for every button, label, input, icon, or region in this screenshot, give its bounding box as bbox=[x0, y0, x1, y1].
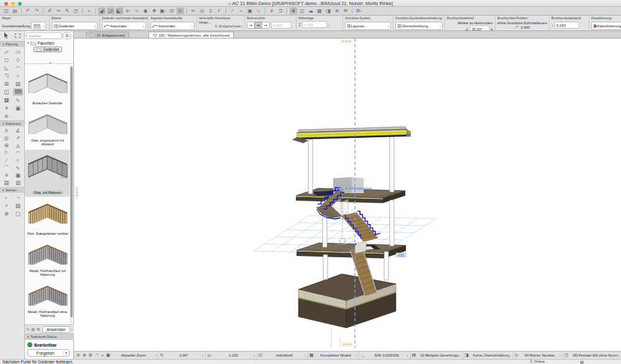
segment-assoc-button[interactable]: Assoziativ› bbox=[150, 22, 195, 30]
stair-tool[interactable]: ▤ bbox=[13, 80, 23, 88]
refline-offset-field[interactable]: 0,000 bbox=[271, 22, 292, 29]
tree-root-favoriten[interactable]: ▼ Favoriten bbox=[25, 40, 73, 46]
zoom-box-icon[interactable]: ⊞ bbox=[89, 353, 93, 358]
break-position-mode[interactable]: Höhe Grundriss-Schnittebene bbox=[497, 21, 545, 25]
teamwork-status-header[interactable]: ▼ Teamwork-Status bbox=[25, 334, 74, 340]
circle-tool[interactable]: ○ bbox=[13, 157, 23, 164]
camera3d-tool[interactable]: ⊕ bbox=[1, 210, 11, 217]
spline-tool[interactable]: ∿ bbox=[13, 165, 23, 171]
favorite-item-metall-holzhandlauf-ohne-halterung[interactable]: Metall, Holzhandlauf ohne Halterung bbox=[25, 280, 70, 320]
palette-scrollbar[interactable] bbox=[70, 65, 73, 324]
favorite-item-glas-mit-rahmen[interactable]: Glas, mit Rahmen bbox=[25, 150, 70, 197]
section-tool[interactable]: ▥ bbox=[13, 180, 23, 186]
break-distance-field[interactable]: 0,150 bbox=[554, 22, 579, 29]
current-zoom-selector[interactable]: Aktueller Zoom› bbox=[111, 352, 159, 359]
sum-icon[interactable]: Σ bbox=[207, 7, 214, 14]
search-input[interactable]: Suchen bbox=[26, 32, 62, 39]
railing-tool[interactable] bbox=[13, 88, 23, 96]
mesh2-tool[interactable]: ≋ bbox=[1, 112, 11, 120]
waves-icon[interactable]: ≋ bbox=[333, 7, 341, 14]
object-tool[interactable]: ▣ bbox=[13, 104, 23, 112]
explode-icon[interactable]: × bbox=[85, 7, 93, 14]
favorite-item-holz-stabgeländer-vertikal[interactable]: Holz, Stabgeländer vertikal bbox=[25, 198, 70, 238]
hotspot-tool[interactable]: ✳ bbox=[1, 172, 11, 179]
polyline-sc-icon[interactable]: ⌐ bbox=[237, 7, 245, 14]
zoom-in-icon[interactable]: ⊕ bbox=[83, 353, 86, 358]
railing-settings-button[interactable]: › bbox=[31, 22, 46, 30]
toolbox-section-dokument[interactable]: ▼Dokument bbox=[0, 121, 24, 126]
delete-favorite-icon[interactable]: ✕ bbox=[37, 327, 40, 332]
zone-tool[interactable]: ∿ bbox=[13, 96, 23, 104]
refline-bottom-button[interactable]: ⇒ bbox=[262, 22, 270, 29]
wall-tool[interactable]: ▱ bbox=[1, 48, 11, 55]
lamp-tool[interactable]: ✳ bbox=[1, 104, 11, 112]
marquee-tool[interactable] bbox=[13, 32, 23, 40]
toolbox-section-sichten[interactable]: ▼Sichten bbox=[0, 187, 24, 193]
printer-icon[interactable]: ▤ bbox=[580, 360, 584, 364]
line-reference-icon[interactable]: ◿▾ bbox=[107, 7, 114, 14]
box-sc-icon[interactable]: ▣ bbox=[246, 7, 254, 14]
break-angle-field[interactable]: 30,00° bbox=[470, 25, 490, 30]
mesh-tool[interactable]: ▦ bbox=[1, 96, 11, 104]
plan-override-button[interactable]: ▥Überschreibung...› bbox=[395, 22, 443, 30]
door-tool[interactable]: ◻ bbox=[1, 56, 11, 63]
favorite-item-metall-holzhandlauf-mit-halterung[interactable]: Metall, Holzhandlauf mit Halterung bbox=[25, 239, 70, 279]
inject-parameters-icon[interactable]: ✑ bbox=[55, 7, 62, 14]
beam-tool[interactable]: ◫ bbox=[1, 88, 11, 96]
detail-tool[interactable]: + bbox=[1, 202, 11, 209]
tab-3d-view[interactable]: [3D / Markierungsrahmen, alle Geschosse] bbox=[149, 32, 234, 38]
camera-tool[interactable]: ◠ bbox=[13, 150, 23, 157]
column-tool[interactable]: ▭ bbox=[13, 48, 23, 55]
drawing-tool[interactable]: ▤ bbox=[1, 180, 11, 186]
plan-symbol-button[interactable]: ▥Layouts...› bbox=[345, 22, 391, 30]
render-preview-icon[interactable]: ◨ bbox=[324, 7, 332, 14]
slab-tool[interactable]: ◹ bbox=[1, 72, 11, 80]
tree-expand-icon[interactable]: ▼ bbox=[27, 42, 29, 45]
morph-tool[interactable]: ○ bbox=[13, 72, 23, 80]
gravity-icon[interactable]: ◉ bbox=[142, 7, 149, 14]
shell-tool[interactable]: ◠ bbox=[13, 64, 23, 71]
polyline-tool[interactable]: ⌒ bbox=[1, 165, 11, 171]
suspend-groups-icon[interactable]: ⊟ bbox=[168, 7, 175, 14]
redo-icon[interactable]: ↷ bbox=[33, 7, 40, 14]
label-tool[interactable]: ↗ bbox=[13, 135, 23, 142]
cut-icon[interactable]: ✂ bbox=[190, 7, 197, 14]
undo-icon[interactable]: ↶ bbox=[24, 7, 32, 14]
dimension-standard-selector[interactable]: S/W 1/100/200› bbox=[366, 352, 411, 359]
image-icon[interactable]: ▦ bbox=[316, 7, 323, 14]
layer-button[interactable]: Geländer› bbox=[52, 22, 98, 30]
wall-reference-icon[interactable]: ◢▾ bbox=[98, 7, 106, 14]
railing-assoc-button[interactable]: Assoziativ› bbox=[102, 22, 146, 30]
vr-tool[interactable]: ▢ bbox=[13, 210, 23, 217]
publish-icon[interactable]: ✉ bbox=[342, 7, 349, 14]
curtain-wall-tool[interactable]: ⊞ bbox=[1, 80, 11, 88]
tab-erdgeschoss[interactable]: [0. Erdgeschoss] bbox=[86, 32, 129, 38]
window-style-selector[interactable]: 3D-Fenster-Stil ohne Sonne› bbox=[569, 352, 621, 359]
elevation-mode-icon[interactable]: ▲▼ bbox=[298, 22, 301, 27]
elevation-field[interactable]: 0,000 bbox=[302, 21, 327, 28]
layer-combination-selector[interactable]: Komplettes Modell› bbox=[315, 352, 359, 359]
text-tool[interactable]: A bbox=[1, 127, 11, 134]
favorites-icon[interactable]: ★ bbox=[290, 7, 297, 14]
worksheet-tool[interactable]: ▧ bbox=[13, 202, 23, 209]
line-tool-sc-icon[interactable]: ∕ bbox=[229, 7, 236, 14]
window-tool[interactable]: ◇ bbox=[13, 56, 23, 63]
slope-reference-icon[interactable]: ◣▾ bbox=[116, 7, 123, 14]
3d-canvas[interactable]: 0. 2 Obergeschoss 4,85 bbox=[74, 39, 621, 351]
palette-settings-button[interactable]: ⚙ bbox=[63, 32, 71, 39]
tree-item-gelaender[interactable]: Geländer bbox=[25, 46, 73, 52]
elevation-marker-tool[interactable]: ¬ bbox=[13, 194, 23, 201]
pick-up-parameters-icon[interactable]: ✐ bbox=[46, 7, 53, 14]
pen-set-selector[interactable]: Individuell› bbox=[264, 352, 308, 359]
break-angle-mode[interactable]: Winkel zu Horizontal bbox=[458, 21, 490, 25]
grid-display-icon[interactable]: # bbox=[177, 7, 184, 14]
explore-icon[interactable]: + bbox=[101, 353, 104, 358]
apply-button[interactable]: Anwenden bbox=[42, 326, 70, 333]
favorite-item-einfaches-geländer[interactable]: Einfaches Geländer bbox=[25, 68, 70, 107]
navigator-panel-icon[interactable]: ◫ bbox=[2, 7, 10, 14]
level-dim-tool[interactable]: ◎ bbox=[1, 135, 11, 142]
story-link-value[interactable]: 0. Erdgeschoss bbox=[215, 24, 241, 28]
radial-dim-tool[interactable]: ⊕ bbox=[1, 142, 11, 149]
arrow-tool[interactable] bbox=[1, 32, 11, 40]
measure-icon[interactable]: ◎ bbox=[198, 7, 206, 14]
